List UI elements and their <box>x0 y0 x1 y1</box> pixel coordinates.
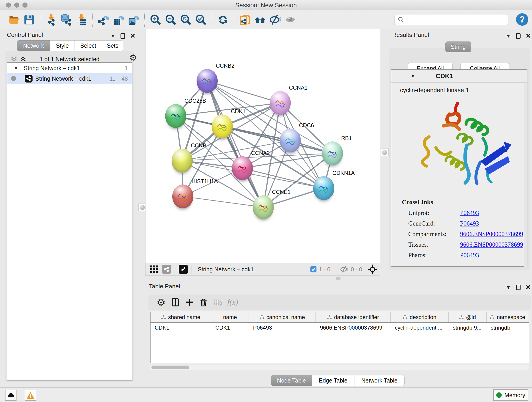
grid-view-icon[interactable] <box>147 263 161 275</box>
crosslink-link[interactable]: P06493 <box>460 210 479 217</box>
network-collection-row[interactable]: ▼ String Network – cdk1 1 <box>7 63 132 73</box>
column-header-canonical-name[interactable]: canonical name <box>249 312 316 322</box>
column-header-shared-name[interactable]: shared name <box>151 312 211 322</box>
cell-database-identifier[interactable]: 9606.ENSP00000378699 <box>316 323 391 333</box>
node-CDK1[interactable] <box>212 115 233 138</box>
node-CCNB1[interactable] <box>172 149 193 172</box>
search-field[interactable] <box>394 14 508 25</box>
tab-style[interactable]: Style <box>51 40 75 51</box>
panel-close-icon[interactable]: ✕ <box>526 32 531 40</box>
clone-network-button[interactable] <box>237 12 253 27</box>
gene-section-header[interactable]: ▼ CDK1 <box>391 70 527 83</box>
network-view: CCNB2 CCNA1 CDC25B CDK1 CDC6 RB1CCNB1 <box>145 29 380 276</box>
fit-selected-crosshair-icon[interactable] <box>367 264 378 274</box>
edge-CDK1-RB1[interactable] <box>222 127 332 153</box>
cell-canonical-name[interactable]: P06493 <box>249 323 316 333</box>
column-header-description[interactable]: description <box>391 312 449 322</box>
tab-network[interactable]: Network <box>17 40 51 51</box>
crosslink-link[interactable]: P06493 <box>460 220 479 227</box>
export-network-button[interactable] <box>96 12 111 27</box>
crosslink-link[interactable]: 9606.ENSP00000378699 <box>460 230 523 238</box>
import-network-database-button[interactable] <box>59 12 74 27</box>
show-all-button[interactable] <box>283 12 298 27</box>
import-table-file-button[interactable] <box>74 12 89 27</box>
column-header-name[interactable]: name <box>211 312 249 322</box>
zoom-fit-button[interactable] <box>178 12 193 27</box>
selected-checkbox-icon[interactable] <box>310 266 317 273</box>
right-splitter-handle[interactable] <box>381 148 389 156</box>
edge-HIST1H1A-CCNE1[interactable] <box>183 196 263 207</box>
node-CDC6[interactable] <box>280 128 301 153</box>
zoom-in-button[interactable] <box>148 12 163 27</box>
export-image-button[interactable] <box>126 12 141 27</box>
node-HIST1H1A[interactable] <box>172 185 193 208</box>
gene-collapse-icon[interactable]: ▼ <box>411 74 415 79</box>
panel-close-icon[interactable]: ✕ <box>130 32 135 40</box>
cell-name[interactable]: CDK1 <box>211 323 249 333</box>
cell-namespace[interactable]: stringdb <box>487 323 529 333</box>
zoom-selected-button[interactable] <box>193 12 209 27</box>
node-RB1[interactable] <box>322 141 343 165</box>
panel-menu-icon[interactable]: ▼ <box>506 33 511 39</box>
table-row[interactable]: CDK1CDK1P064939606.ENSP00000378699cyclin… <box>151 323 529 333</box>
first-neighbors-button[interactable] <box>253 12 268 27</box>
scrollbar-thumb[interactable] <box>152 366 189 369</box>
birdseye-view-icon[interactable] <box>179 265 188 274</box>
network-row-selected[interactable]: String Network – cdk1 11 48 <box>7 73 132 84</box>
panel-float-icon[interactable] <box>516 33 520 39</box>
column-header-database-identifier[interactable]: database identifier <box>316 312 391 322</box>
network-type-icon <box>25 75 32 83</box>
memory-button[interactable]: Memory <box>493 389 528 401</box>
tab-string[interactable]: String <box>445 41 471 52</box>
tab-network-table[interactable]: Network Table <box>355 375 405 386</box>
cell-shared-name[interactable]: CDK1 <box>151 323 211 333</box>
table-options-gear-icon[interactable]: ⚙ <box>154 296 168 308</box>
crosslink-link[interactable]: P06493 <box>460 252 479 259</box>
warnings-button[interactable] <box>25 390 36 401</box>
left-splitter-handle[interactable] <box>138 204 146 211</box>
edge-CCNB2-CCNE1[interactable] <box>207 81 263 207</box>
table-header-row[interactable]: shared namename canonical name database … <box>151 312 529 323</box>
hide-selected-button[interactable] <box>268 12 283 27</box>
tab-sets[interactable]: Sets <box>102 40 123 51</box>
cell-description[interactable]: cyclin-dependent ... <box>391 323 449 333</box>
node-CCNB2[interactable] <box>196 69 218 93</box>
collection-expand-icon[interactable]: ▼ <box>14 65 18 71</box>
panel-float-icon[interactable] <box>120 33 125 39</box>
panel-close-icon[interactable]: ✕ <box>526 283 531 291</box>
network-canvas[interactable]: CCNB2 CCNA1 CDC25B CDK1 CDC6 RB1CCNB1 <box>146 29 380 263</box>
open-session-button[interactable] <box>6 12 22 27</box>
panel-menu-icon[interactable]: ▼ <box>506 284 511 290</box>
column-header-@id[interactable]: @id <box>449 312 486 322</box>
network-view-icon[interactable] <box>162 265 171 274</box>
node-CCNA1[interactable] <box>270 91 291 115</box>
tab-select[interactable]: Select <box>75 40 102 51</box>
zoom-out-button[interactable] <box>163 12 178 27</box>
cloud-status-button[interactable] <box>5 390 17 401</box>
show-columns-icon[interactable] <box>168 296 182 308</box>
column-header-namespace[interactable]: namespace <box>487 312 529 322</box>
node-CCNA2[interactable] <box>232 156 253 180</box>
import-network-file-button[interactable] <box>44 12 59 27</box>
node-CDKN1A[interactable] <box>313 176 334 200</box>
cell-@id[interactable]: stringdb:9... <box>449 323 486 333</box>
search-input[interactable] <box>406 17 508 23</box>
tab-node-table[interactable]: Node Table <box>271 375 312 386</box>
node-CCNE1[interactable] <box>253 195 274 219</box>
delete-column-trash-icon[interactable] <box>196 296 211 308</box>
create-column-plus-icon[interactable] <box>182 296 196 308</box>
results-scrollbar[interactable] <box>524 83 527 267</box>
panel-float-icon[interactable] <box>516 285 520 290</box>
node-CDC25B[interactable] <box>165 104 186 128</box>
help-button[interactable]: ? <box>516 13 528 26</box>
export-table-button[interactable] <box>111 12 126 27</box>
network-options-gear-icon[interactable]: ⚙ <box>129 53 137 63</box>
bottom-splitter-handle[interactable] <box>336 277 341 280</box>
table-horizontal-scrollbar[interactable] <box>150 365 529 370</box>
refresh-button[interactable] <box>215 12 230 27</box>
edge-CCNB2-CCNA1[interactable] <box>207 81 280 103</box>
tab-edge-table[interactable]: Edge Table <box>312 375 355 386</box>
panel-menu-icon[interactable]: ▼ <box>110 33 115 39</box>
crosslink-link[interactable]: 9606.ENSP00000378699 <box>460 241 523 248</box>
save-session-button[interactable] <box>22 12 37 27</box>
